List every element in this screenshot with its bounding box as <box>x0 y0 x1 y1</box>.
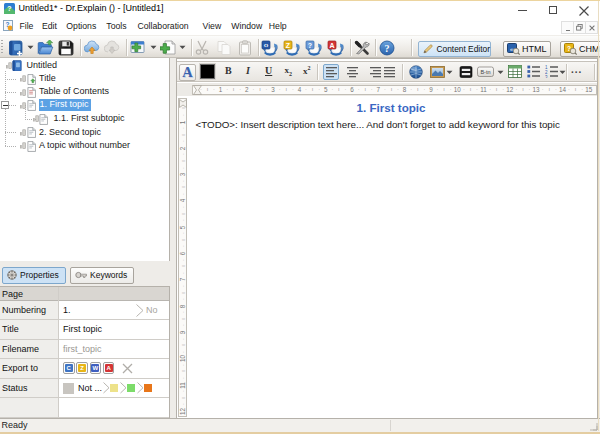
svg-text:?: ? <box>308 41 312 48</box>
svg-text:?: ? <box>7 5 11 12</box>
svg-text:‹›: ‹› <box>264 41 269 48</box>
svg-text:Z: Z <box>286 41 291 48</box>
svg-text:3: 3 <box>545 75 548 79</box>
svg-text:B-tn: B-tn <box>480 69 490 75</box>
svg-text:A: A <box>329 41 334 48</box>
svg-text:?: ? <box>385 42 390 53</box>
